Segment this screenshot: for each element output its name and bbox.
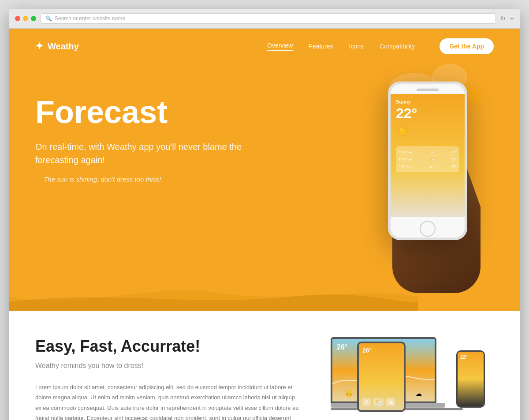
hero-section: ✦ Weathy Overview Features Icons Compati… <box>9 29 520 311</box>
forecast-icon-3: ☁ <box>429 164 433 168</box>
logo-text: Weathy <box>48 41 79 52</box>
hero-content: Forecast On real-time, with Weathy app y… <box>9 64 520 311</box>
phone-speaker <box>417 89 439 91</box>
forecast-temp-2: 22° <box>451 157 457 161</box>
get-app-button[interactable]: Get the App <box>440 38 494 54</box>
close-button[interactable] <box>15 16 20 21</box>
address-bar[interactable]: 🔍 Search or enter website name <box>41 13 496 24</box>
address-text: Search or enter website name <box>55 15 125 22</box>
hero-text-block: Forecast On real-time, with Weathy app y… <box>35 82 317 183</box>
search-icon: 🔍 <box>45 15 52 22</box>
hero-subtitle: On real-time, with Weathy app you'll nev… <box>35 140 247 167</box>
forecast-icon-1: ☀ <box>431 150 434 154</box>
logo: ✦ Weathy <box>35 41 79 52</box>
features-body: Lorem ipsum dolor sit amet, consectetur … <box>35 382 300 420</box>
forecast-time-3: 7:00 am <box>399 164 411 168</box>
nav-link-overview[interactable]: Overview <box>267 42 293 51</box>
minimize-button[interactable] <box>23 16 28 21</box>
phone-screen: Sunny 22° ☀️ 09:00 am ☀ 21° 12:00 <box>391 94 465 217</box>
small-phone-mockup: 22° <box>456 350 485 408</box>
tablet-temp: 26° <box>359 343 404 357</box>
browser-dots <box>15 16 36 21</box>
forecast-icon-2: ⛅ <box>430 157 435 161</box>
devices-group: 26° 😊 ⛅ 🌤 ☁ <box>331 337 489 420</box>
tablet-icons: ☀ ⛅ 🌤 <box>359 398 399 406</box>
forecast-time-2: 12:00 am <box>399 157 413 161</box>
hero-phone-image: Sunny 22° ☀️ 09:00 am ☀ 21° 12:00 <box>317 82 494 275</box>
features-title: Easy, Fast, Accurrate! <box>35 337 300 356</box>
forecast-temp-1: 21° <box>451 150 457 154</box>
browser-window: 🔍 Search or enter website name ↻ + ✦ Wea… <box>9 9 520 420</box>
phone-hand: Sunny 22° ☀️ 09:00 am ☀ 21° 12:00 <box>335 82 476 275</box>
reload-button[interactable]: ↻ <box>500 15 506 22</box>
nav-links: Overview Features Icons Compatibility Ge… <box>267 38 494 54</box>
sun-icon: ✦ <box>35 41 43 52</box>
phone-home-button <box>420 221 436 237</box>
small-phone-screen: 22° <box>458 352 484 406</box>
forecast-row-1: 09:00 am ☀ 21° <box>399 149 457 156</box>
features-text: Easy, Fast, Accurrate! Weathy reminds yo… <box>35 337 300 420</box>
browser-chrome: 🔍 Search or enter website name ↻ + <box>9 9 520 29</box>
nav-link-compatibility[interactable]: Compatibility <box>380 43 415 50</box>
forecast-row-2: 12:00 am ⛅ 22° <box>399 156 457 163</box>
hero-tagline: — The sun is shining, don't dress too th… <box>35 175 317 183</box>
forecast-time-1: 09:00 am <box>399 150 413 154</box>
phone-weather-icon: ☀️ <box>396 125 459 138</box>
phone-temperature: 22° <box>396 105 459 122</box>
tablet-mockup: 26° ☀ ⛅ 🌤 <box>357 342 406 412</box>
laptop-temp: 26° <box>337 343 347 351</box>
forecast-row-3: 7:00 am ☁ 20° <box>399 163 457 170</box>
tablet-screen: 26° ☀ ⛅ 🌤 <box>359 343 404 410</box>
features-subtitle: Weathy reminds you how to dress! <box>35 362 300 370</box>
nav-link-icons[interactable]: Icons <box>349 43 364 50</box>
phone-device: Sunny 22° ☀️ 09:00 am ☀ 21° 12:00 <box>388 82 467 240</box>
nav-link-features[interactable]: Features <box>309 43 333 50</box>
devices-illustration: 26° 😊 ⛅ 🌤 ☁ <box>326 337 494 420</box>
features-section: Easy, Fast, Accurrate! Weathy reminds yo… <box>9 311 520 420</box>
phone-condition: Sunny <box>396 99 459 104</box>
navigation: ✦ Weathy Overview Features Icons Compati… <box>9 29 520 64</box>
new-tab-button[interactable]: + <box>510 15 514 22</box>
small-phone-temp: 22° <box>458 352 484 362</box>
forecast-temp-3: 20° <box>451 164 457 168</box>
phone-forecast: 09:00 am ☀ 21° 12:00 am ⛅ 22° <box>396 146 459 172</box>
hero-title: Forecast <box>35 95 317 130</box>
maximize-button[interactable] <box>31 16 36 21</box>
